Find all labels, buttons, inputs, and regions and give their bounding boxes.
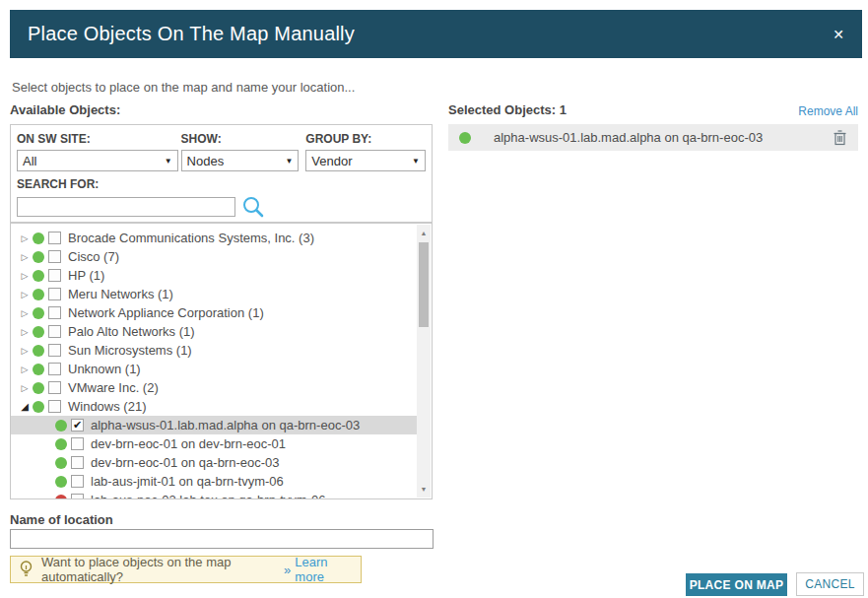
- node-checkbox[interactable]: [48, 400, 61, 413]
- node-checkbox[interactable]: [71, 456, 84, 469]
- node-checkbox[interactable]: [48, 288, 61, 300]
- expand-icon[interactable]: ▷: [19, 365, 31, 374]
- status-up-icon: [33, 307, 44, 319]
- tree-group-row[interactable]: ▷Network Appliance Corporation (1): [11, 303, 417, 322]
- node-label: Unknown (1): [68, 362, 141, 376]
- filter-panel: ON SW SITE: SHOW: GROUP BY: All ▼ Nodes …: [10, 124, 433, 223]
- node-label: Windows (21): [68, 399, 146, 414]
- node-label: lab-aus-jmit-01 on qa-brn-tvym-06: [91, 474, 284, 489]
- tree-group-row[interactable]: ▷Sun Microsystems (1): [11, 341, 417, 360]
- chevron-down-icon: ▼: [165, 157, 172, 166]
- scrollbar-thumb[interactable]: [419, 242, 429, 327]
- hint-arrow: »: [284, 563, 291, 577]
- tree-node-row[interactable]: dev-brn-eoc-01 on dev-brn-eoc-01: [11, 434, 417, 453]
- node-checkbox[interactable]: ✔: [71, 419, 84, 432]
- tree-node-row[interactable]: ✔alpha-wsus-01.lab.mad.alpha on qa-brn-e…: [11, 416, 417, 434]
- node-checkbox[interactable]: [48, 306, 61, 319]
- expand-icon[interactable]: ▷: [19, 290, 31, 299]
- status-up-icon: [459, 132, 471, 144]
- tree-scrollbar[interactable]: ▲ ▼: [417, 225, 431, 498]
- status-up-icon: [33, 364, 44, 375]
- expand-icon[interactable]: ▷: [19, 271, 31, 281]
- node-checkbox[interactable]: [48, 250, 61, 263]
- tree-node-row[interactable]: lab-aus-noc-03.lab.tex on qa-brn-tvym-06: [11, 491, 417, 499]
- close-icon[interactable]: ✕: [833, 28, 844, 41]
- selected-object-label: alpha-wsus-01.lab.mad.alpha on qa-brn-eo…: [494, 130, 763, 145]
- scroll-down-icon[interactable]: ▼: [417, 486, 431, 493]
- node-label: Sun Microsystems (1): [68, 343, 192, 358]
- status-up-icon: [33, 233, 44, 244]
- search-input[interactable]: [17, 197, 235, 217]
- tree-group-row[interactable]: ▷Cisco (7): [11, 247, 417, 266]
- tree-node-row[interactable]: dev-brn-eoc-01 on qa-brn-eoc-03: [11, 453, 417, 472]
- status-down-icon: [55, 495, 67, 500]
- groupby-select-value: Vendor: [311, 154, 352, 168]
- node-label: lab-aus-noc-03.lab.tex on qa-brn-tvym-06: [91, 493, 325, 499]
- node-checkbox[interactable]: [48, 344, 61, 357]
- status-up-icon: [55, 476, 67, 488]
- node-label: Palo Alto Networks (1): [68, 324, 195, 339]
- tree-group-row[interactable]: ◢Windows (21): [11, 397, 417, 416]
- node-checkbox[interactable]: [48, 381, 61, 394]
- tree-group-row[interactable]: ▷Palo Alto Networks (1): [11, 322, 417, 341]
- node-checkbox[interactable]: [71, 437, 84, 450]
- hint-text: Want to place objects on the map automat…: [41, 555, 280, 584]
- hint-banner: Want to place objects on the map automat…: [10, 556, 362, 583]
- groupby-select[interactable]: Vendor ▼: [305, 150, 426, 171]
- tree-group-row[interactable]: ▷VMware Inc. (2): [11, 378, 417, 397]
- node-checkbox[interactable]: [48, 232, 61, 244]
- site-select-value: All: [23, 154, 36, 168]
- tree-group-row[interactable]: ▷Unknown (1): [11, 360, 417, 378]
- expand-icon[interactable]: ▷: [19, 252, 31, 262]
- tree-group-row[interactable]: ▷Brocade Communications Systems, Inc. (3…: [11, 229, 417, 247]
- show-select-value: Nodes: [187, 154, 225, 168]
- chevron-down-icon: ▼: [285, 157, 293, 166]
- place-on-map-button[interactable]: PLACE ON MAP: [686, 573, 787, 596]
- status-up-icon: [33, 326, 44, 338]
- chevron-down-icon: ▼: [412, 157, 420, 166]
- tree-group-row[interactable]: ▷HP (1): [11, 266, 417, 285]
- node-checkbox[interactable]: [48, 363, 61, 375]
- node-label: alpha-wsus-01.lab.mad.alpha on qa-brn-eo…: [91, 418, 360, 432]
- node-label: VMware Inc. (2): [68, 380, 159, 395]
- site-select[interactable]: All ▼: [17, 150, 178, 171]
- node-checkbox[interactable]: [71, 475, 84, 488]
- status-up-icon: [33, 345, 44, 357]
- status-up-icon: [55, 420, 67, 432]
- delete-icon[interactable]: [833, 129, 847, 146]
- status-up-icon: [55, 457, 67, 469]
- node-checkbox[interactable]: [48, 325, 61, 338]
- show-filter-label: SHOW:: [181, 132, 300, 146]
- status-up-icon: [55, 438, 67, 450]
- search-icon[interactable]: [241, 195, 265, 219]
- status-up-icon: [33, 270, 44, 282]
- collapse-icon[interactable]: ◢: [19, 401, 31, 412]
- expand-icon[interactable]: ▷: [19, 233, 31, 243]
- dialog-instruction: Select objects to place on the map and n…: [12, 80, 355, 95]
- node-label: Network Appliance Corporation (1): [68, 305, 264, 320]
- location-name-input[interactable]: [10, 529, 434, 549]
- location-name-label: Name of location: [10, 512, 113, 527]
- node-label: Brocade Communications Systems, Inc. (3): [68, 231, 314, 245]
- selected-object-row: alpha-wsus-01.lab.mad.alpha on qa-brn-eo…: [448, 124, 858, 151]
- node-label: Meru Networks (1): [68, 287, 173, 301]
- tree-node-row[interactable]: lab-aus-jmit-01 on qa-brn-tvym-06: [11, 472, 417, 491]
- cancel-button[interactable]: CANCEL: [796, 572, 864, 596]
- node-checkbox[interactable]: [71, 494, 84, 499]
- scroll-up-icon[interactable]: ▲: [417, 230, 431, 236]
- tree-group-row[interactable]: ▷Meru Networks (1): [11, 285, 417, 303]
- node-checkbox[interactable]: [48, 269, 61, 282]
- expand-icon[interactable]: ▷: [19, 308, 31, 318]
- show-select[interactable]: Nodes ▼: [181, 150, 300, 171]
- expand-icon[interactable]: ▷: [19, 346, 31, 356]
- status-up-icon: [33, 401, 44, 413]
- learn-more-link[interactable]: Learn more: [295, 555, 352, 584]
- status-up-icon: [33, 289, 44, 300]
- lightbulb-icon: [20, 561, 33, 578]
- dialog-titlebar: Place Objects On The Map Manually ✕: [10, 10, 862, 58]
- remove-all-link[interactable]: Remove All: [798, 104, 858, 118]
- available-objects-tree: ▷Brocade Communications Systems, Inc. (3…: [10, 223, 433, 499]
- expand-icon[interactable]: ▷: [19, 327, 31, 337]
- status-up-icon: [33, 251, 44, 263]
- expand-icon[interactable]: ▷: [19, 383, 31, 393]
